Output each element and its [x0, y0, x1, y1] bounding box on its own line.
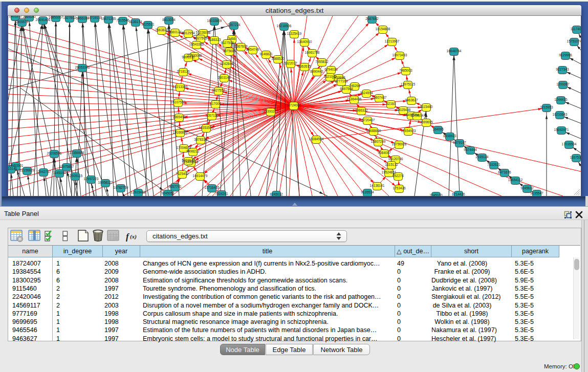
svg-text:8714426: 8714426 — [452, 192, 465, 196]
svg-text:8938923: 8938923 — [443, 134, 456, 138]
svg-text:9245612: 9245612 — [520, 186, 534, 190]
svg-text:9699695: 9699695 — [420, 120, 433, 124]
svg-text:15751074: 15751074 — [567, 39, 581, 43]
svg-text:12213967: 12213967 — [385, 39, 400, 43]
svg-text:15720407: 15720407 — [360, 118, 375, 122]
svg-text:1167534: 1167534 — [570, 156, 581, 159]
svg-text:9674444: 9674444 — [464, 148, 477, 151]
svg-text:3215953: 3215953 — [540, 105, 553, 109]
svg-text:1244415: 1244415 — [554, 98, 568, 101]
svg-text:13975115: 13975115 — [401, 82, 416, 86]
svg-text:10807487: 10807487 — [372, 96, 387, 99]
svg-text:9135524: 9135524 — [361, 190, 374, 194]
svg-text:164095: 164095 — [432, 127, 444, 131]
svg-text:1549604: 1549604 — [410, 114, 424, 117]
svg-text:(x): (x) — [130, 233, 137, 240]
svg-text:7245103: 7245103 — [429, 193, 443, 196]
svg-text:16120746: 16120746 — [388, 157, 403, 161]
svg-text:1209387: 1209387 — [556, 82, 570, 86]
svg-text:1117404: 1117404 — [571, 27, 581, 31]
svg-text:252274: 252274 — [393, 174, 404, 178]
svg-text:3624554: 3624554 — [360, 91, 373, 95]
svg-text:2935114: 2935114 — [476, 155, 489, 159]
svg-text:19524851: 19524851 — [382, 170, 397, 174]
svg-text:10025438: 10025438 — [396, 108, 411, 112]
svg-text:2687682: 2687682 — [365, 17, 379, 20]
svg-text:10654112: 10654112 — [508, 178, 523, 182]
svg-text:10154808: 10154808 — [376, 27, 390, 31]
svg-text:9135547: 9135547 — [530, 191, 543, 195]
svg-text:16648784: 16648784 — [447, 49, 462, 53]
svg-text:18807249: 18807249 — [371, 140, 386, 143]
svg-text:1615132: 1615132 — [385, 163, 398, 166]
svg-text:15692971: 15692971 — [554, 128, 569, 132]
svg-text:6879197: 6879197 — [453, 141, 466, 144]
svg-text:1753426: 1753426 — [393, 186, 406, 190]
svg-text:16210643: 16210643 — [553, 113, 568, 116]
svg-text:17016504: 17016504 — [562, 142, 577, 146]
svg-text:9115460: 9115460 — [420, 105, 433, 108]
svg-text:9463627: 9463627 — [405, 98, 418, 102]
svg-text:9084067: 9084067 — [378, 151, 391, 155]
svg-text:f: f — [126, 232, 130, 242]
svg-text:10756928: 10756928 — [392, 142, 407, 146]
svg-text:62160: 62160 — [386, 102, 396, 105]
svg-text:10973493: 10973493 — [393, 53, 407, 57]
svg-text:9129966: 9129966 — [559, 53, 572, 57]
svg-text:9227343: 9227343 — [556, 68, 569, 71]
svg-text:8471676: 8471676 — [498, 170, 511, 174]
svg-text:10688609: 10688609 — [366, 129, 381, 133]
svg-text:14136141: 14136141 — [370, 184, 385, 187]
svg-text:17654923: 17654923 — [401, 129, 416, 133]
svg-text:7632621: 7632621 — [487, 163, 500, 166]
svg-text:7485003: 7485003 — [399, 69, 412, 72]
